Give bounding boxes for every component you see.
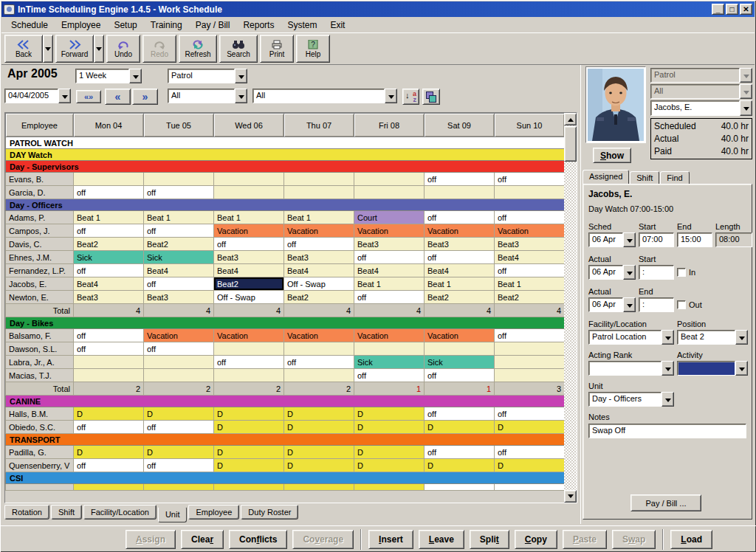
schedule-cell[interactable]: Beat2 [144, 238, 214, 251]
schedule-cell[interactable]: Beat3 [354, 238, 425, 251]
schedule-cell[interactable] [284, 484, 354, 491]
schedule-cell[interactable]: Beat4 [284, 264, 354, 277]
schedule-cell[interactable]: Beat 1 [74, 211, 144, 224]
column-header-thu-07[interactable]: Thu 07 [284, 114, 354, 137]
chevron-down-icon[interactable] [662, 330, 674, 345]
detail-tab-shift[interactable]: Shift [630, 171, 659, 184]
schedule-cell[interactable]: off [495, 446, 565, 459]
schedule-cell[interactable] [354, 173, 425, 186]
employee-name-cell[interactable]: Labra, Jr., A. [6, 356, 74, 369]
column-header-sun-10[interactable]: Sun 10 [495, 114, 565, 137]
employee-name-cell[interactable]: Davis, C. [6, 238, 74, 251]
schedule-cell[interactable]: D [214, 446, 284, 459]
schedule-cell[interactable]: off [354, 251, 425, 264]
schedule-cell[interactable]: D [495, 459, 565, 472]
schedule-cell[interactable]: Vacation [214, 329, 284, 342]
chevron-down-icon[interactable] [740, 68, 752, 83]
close-button[interactable]: ✕ [740, 4, 752, 15]
facility-select[interactable]: Patrol Location [588, 330, 674, 345]
schedule-cell[interactable] [284, 186, 354, 199]
column-header-employee[interactable]: Employee [6, 114, 74, 137]
schedule-cell[interactable] [214, 173, 284, 186]
menu-item-pay-bill[interactable]: Pay / Bill [189, 18, 237, 32]
schedule-cell[interactable]: D [354, 446, 425, 459]
in-checkbox[interactable] [677, 268, 686, 277]
panel-view-select[interactable]: Patrol [650, 68, 752, 83]
scrollbar-thumb[interactable] [564, 126, 577, 162]
chevron-down-icon[interactable] [623, 297, 636, 312]
schedule-cell[interactable]: off [354, 291, 425, 304]
employee-name-cell[interactable]: Fernandez, L.P. [6, 264, 74, 277]
schedule-cell[interactable]: D [354, 459, 425, 472]
column-header-sat-09[interactable]: Sat 09 [425, 114, 495, 137]
panel-unit-select[interactable]: All [650, 84, 752, 99]
detail-tab-assigned[interactable]: Assigned [583, 170, 629, 184]
schedule-cell[interactable]: Sick [425, 356, 495, 369]
schedule-cell[interactable]: Vacation [495, 224, 565, 238]
schedule-cell[interactable]: Beat4 [495, 251, 565, 264]
schedule-cell[interactable]: D [214, 407, 284, 421]
help-button[interactable]: ? Help [296, 35, 330, 63]
sched-date-select[interactable]: 06 Apr [588, 232, 636, 247]
previous-week-button[interactable]: « [105, 89, 131, 105]
schedule-cell[interactable]: off [214, 238, 284, 251]
assign-button[interactable]: Assign [126, 530, 176, 549]
schedule-cell[interactable]: Beat4 [354, 264, 425, 277]
schedule-cell[interactable]: off [425, 211, 495, 224]
schedule-cell[interactable]: off [284, 238, 354, 251]
pay-bill-button[interactable]: Pay / Bill ... [630, 494, 701, 511]
back-button[interactable]: Back [4, 35, 43, 63]
forward-button[interactable]: Forward [55, 35, 94, 63]
schedule-cell[interactable]: Beat3 [74, 291, 144, 304]
schedule-cell[interactable] [74, 173, 144, 186]
schedule-cell[interactable] [425, 186, 495, 199]
schedule-cell[interactable] [495, 369, 565, 382]
next-week-button[interactable]: » [132, 89, 158, 105]
schedule-cell[interactable]: off [74, 459, 144, 472]
schedule-cell[interactable]: Beat 1 [495, 277, 565, 291]
schedule-cell[interactable]: Beat2 [284, 291, 354, 304]
activity-select[interactable] [677, 361, 748, 376]
schedule-cell[interactable]: off [425, 251, 495, 264]
column-header-mon-04[interactable]: Mon 04 [74, 114, 144, 137]
schedule-cell[interactable]: off [425, 407, 495, 421]
forward-dropdown-button[interactable] [94, 35, 104, 63]
schedule-cell[interactable] [214, 186, 284, 199]
chevron-down-icon[interactable] [235, 69, 247, 83]
schedule-cell[interactable] [74, 369, 144, 382]
schedule-cell[interactable]: Beat3 [144, 291, 214, 304]
schedule-cell[interactable] [284, 342, 354, 356]
schedule-cell[interactable]: Beat4 [144, 264, 214, 277]
acting-rank-select[interactable] [588, 361, 674, 376]
sort-button[interactable]: ↓az [402, 89, 419, 105]
employee-name-cell[interactable]: Campos, J. [6, 224, 74, 238]
schedule-cell[interactable] [144, 356, 214, 369]
schedule-cell[interactable] [495, 356, 565, 369]
employee-name-cell[interactable]: Ehnes, J.M. [6, 251, 74, 264]
schedule-cell[interactable]: D [354, 421, 425, 434]
actual-start-input[interactable]: : [639, 265, 674, 280]
menu-item-system[interactable]: System [281, 18, 323, 32]
layout-toggle-button[interactable] [422, 89, 440, 105]
schedule-cell[interactable]: off [74, 342, 144, 356]
swap-button[interactable]: Swap [612, 530, 656, 549]
schedule-cell[interactable]: Beat2 [495, 291, 565, 304]
schedule-cell[interactable]: D [284, 421, 354, 434]
schedule-cell[interactable]: Beat 1 [144, 211, 214, 224]
schedule-cell[interactable] [284, 173, 354, 186]
schedule-cell[interactable]: off [425, 369, 495, 382]
employee-name-cell[interactable]: Garcia, D. [6, 186, 74, 199]
menu-item-schedule[interactable]: Schedule [4, 18, 55, 32]
schedule-cell[interactable]: D [425, 459, 495, 472]
panel-employee-select[interactable]: Jacobs, E. [650, 100, 752, 116]
schedule-cell[interactable]: off [495, 173, 565, 186]
column-header-fri-08[interactable]: Fri 08 [354, 114, 425, 137]
conflicts-button[interactable]: Conflicts [229, 530, 287, 549]
actual-end-input[interactable]: : [639, 297, 674, 312]
schedule-cell[interactable]: Beat4 [425, 264, 495, 277]
detail-tab-find[interactable]: Find [660, 171, 689, 184]
chevron-down-icon[interactable] [662, 392, 674, 407]
schedule-cell[interactable]: off [425, 173, 495, 186]
view-tab-unit[interactable]: Unit [158, 507, 188, 522]
schedule-cell[interactable]: Vacation [425, 329, 495, 342]
